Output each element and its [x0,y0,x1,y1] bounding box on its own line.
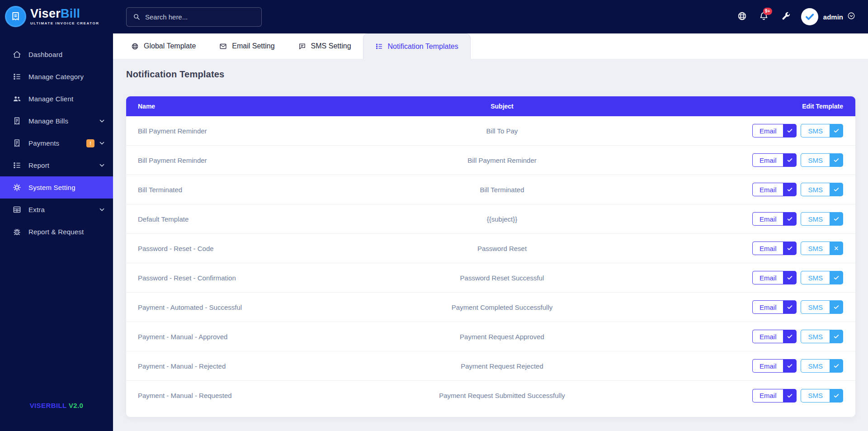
table-row: Password - Reset - CodePassword ResetEma… [126,234,855,263]
email-button-label: Email [752,300,783,314]
sidebar-item-label: Payments [28,139,59,147]
sidebar-menu: DashboardManage CategoryManage ClientMan… [0,43,113,243]
sidebar: ViserBill ULTIMATE INVOICE CREATOR Dashb… [0,0,113,431]
sms-enabled-check-icon[interactable] [830,300,843,314]
wrench-icon[interactable] [781,11,790,23]
email-enabled-check-icon[interactable] [783,300,797,314]
email-button-label: Email [752,359,783,373]
tab-email-setting[interactable]: Email Setting [208,33,286,59]
sidebar-item-dashboard[interactable]: Dashboard [0,43,113,66]
email-enabled-check-icon[interactable] [783,330,797,343]
edit-email-template-button[interactable]: Email [752,389,797,403]
template-actions: EmailSMS [643,330,855,343]
sidebar-item-manage-client[interactable]: Manage Client [0,88,113,110]
email-enabled-check-icon[interactable] [783,124,797,137]
brand-logo[interactable]: ViserBill ULTIMATE INVOICE CREATOR [0,0,113,27]
email-enabled-check-icon[interactable] [783,271,797,284]
email-button-label: Email [752,389,783,403]
sms-enabled-check-icon[interactable] [830,389,843,403]
sidebar-item-label: Report [28,161,49,169]
sms-enabled-check-icon[interactable] [830,183,843,196]
template-name: Default Template [126,215,361,223]
edit-email-template-button[interactable]: Email [752,242,797,255]
tab-sms-setting[interactable]: SMS Setting [287,33,363,59]
template-actions: EmailSMS [643,300,855,314]
edit-sms-template-button[interactable]: SMS [801,330,843,343]
tab-label: Global Template [144,42,196,50]
sidebar-item-label: Manage Bills [28,117,68,125]
edit-sms-template-button[interactable]: SMS [801,153,843,167]
avatar[interactable] [801,8,818,25]
sms-enabled-check-icon[interactable] [830,124,843,137]
tab-label: SMS Setting [311,42,351,50]
edit-email-template-button[interactable]: Email [752,330,797,343]
sms-button-label: SMS [801,271,830,284]
edit-sms-template-button[interactable]: SMS [801,242,843,255]
chevron-down-icon [99,162,105,169]
globe-icon[interactable] [737,11,747,23]
email-button-label: Email [752,183,783,196]
email-enabled-check-icon[interactable] [783,242,797,255]
template-subject: {{subject}} [361,215,643,223]
username-label[interactable]: admin [823,13,843,21]
table-row: Payment - Automated - SuccessfulPayment … [126,293,855,322]
brand-wordmark: ViserBill [30,8,99,20]
app-version: VISERBILL V2.0 [0,402,113,409]
edit-email-template-button[interactable]: Email [752,359,797,373]
email-button-label: Email [752,330,783,343]
template-name: Bill Payment Reminder [126,127,361,135]
users-icon [12,95,21,104]
sms-enabled-check-icon[interactable] [830,330,843,343]
alert-badge: ! [86,139,94,147]
edit-email-template-button[interactable]: Email [752,271,797,284]
email-enabled-check-icon[interactable] [783,153,797,167]
column-header-subject: Subject [361,103,643,110]
sidebar-item-system-setting[interactable]: System Setting [0,176,113,199]
email-enabled-check-icon[interactable] [783,359,797,373]
sms-enabled-check-icon[interactable] [830,271,843,284]
edit-email-template-button[interactable]: Email [752,183,797,196]
edit-sms-template-button[interactable]: SMS [801,183,843,196]
edit-sms-template-button[interactable]: SMS [801,359,843,373]
sidebar-item-report-request[interactable]: Report & Request [0,221,113,243]
template-actions: EmailSMS [643,124,855,137]
tab-notification-templates[interactable]: Notification Templates [363,33,471,59]
sms-enabled-check-icon[interactable] [830,359,843,373]
email-enabled-check-icon[interactable] [783,389,797,403]
edit-email-template-button[interactable]: Email [752,124,797,137]
sidebar-item-label: Manage Client [28,95,73,103]
edit-sms-template-button[interactable]: SMS [801,124,843,137]
template-actions: EmailSMS [643,183,855,196]
edit-sms-template-button[interactable]: SMS [801,271,843,284]
edit-email-template-button[interactable]: Email [752,300,797,314]
bell-icon[interactable]: 9+ [759,11,769,23]
edit-email-template-button[interactable]: Email [752,153,797,167]
sidebar-item-label: Report & Request [28,228,84,236]
search-input[interactable] [145,13,255,21]
sms-enabled-check-icon[interactable] [830,153,843,167]
table-row: Payment - Manual - RejectedPayment Reque… [126,351,855,381]
sidebar-item-extra[interactable]: Extra [0,199,113,221]
template-subject: Payment Completed Successfully [361,303,643,311]
email-enabled-check-icon[interactable] [783,212,797,226]
edit-sms-template-button[interactable]: SMS [801,300,843,314]
sidebar-item-payments[interactable]: Payments! [0,132,113,154]
sidebar-item-report[interactable]: Report [0,154,113,176]
sidebar-item-manage-bills[interactable]: Manage Bills [0,110,113,132]
edit-sms-template-button[interactable]: SMS [801,212,843,226]
template-name: Payment - Automated - Successful [126,303,361,311]
template-name: Payment - Manual - Requested [126,392,361,399]
sms-button-label: SMS [801,300,830,314]
table-body: Bill Payment ReminderBill To PayEmailSMS… [126,116,855,410]
table-icon [12,205,21,214]
chevron-down-circle-icon[interactable] [847,12,855,22]
sms-disabled-x-icon[interactable] [830,242,843,255]
edit-email-template-button[interactable]: Email [752,212,797,226]
sms-enabled-check-icon[interactable] [830,212,843,226]
sms-button-label: SMS [801,242,830,255]
tab-global-template[interactable]: Global Template [119,33,208,59]
edit-sms-template-button[interactable]: SMS [801,389,843,403]
notification-templates-table: Name Subject Edit Template Bill Payment … [126,96,855,417]
email-enabled-check-icon[interactable] [783,183,797,196]
sidebar-item-manage-category[interactable]: Manage Category [0,66,113,88]
